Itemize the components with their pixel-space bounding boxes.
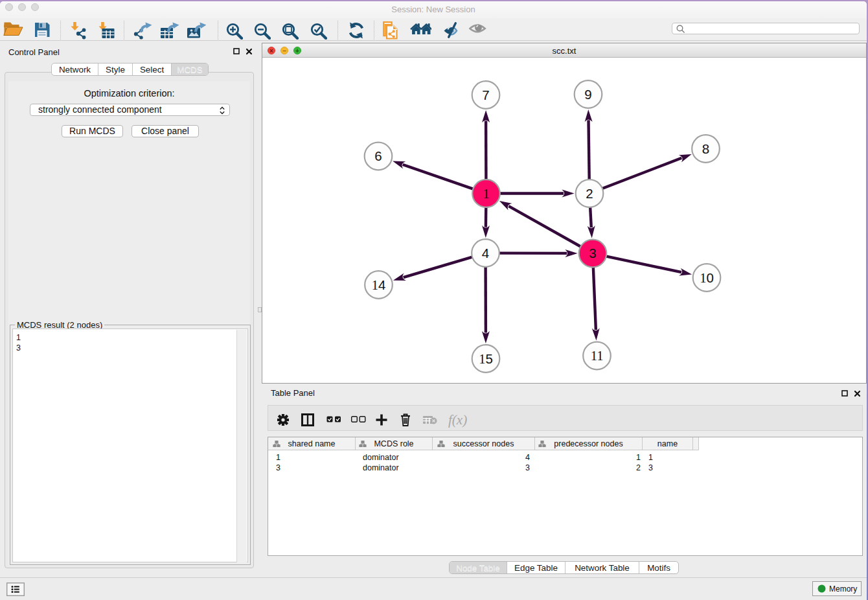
- svg-text:6: 6: [374, 148, 382, 163]
- svg-text:1: 1: [483, 187, 489, 201]
- svg-text:15: 15: [479, 351, 493, 366]
- svg-text:14: 14: [372, 277, 386, 292]
- svg-text:3: 3: [589, 246, 596, 260]
- svg-text:11: 11: [591, 349, 604, 363]
- svg-text:8: 8: [702, 141, 709, 156]
- svg-text:9: 9: [584, 87, 591, 102]
- svg-text:4: 4: [482, 246, 489, 260]
- svg-text:2: 2: [586, 186, 593, 201]
- svg-text:f(x): f(x): [448, 413, 467, 428]
- svg-text:10: 10: [700, 270, 714, 285]
- svg-text:7: 7: [482, 87, 489, 102]
